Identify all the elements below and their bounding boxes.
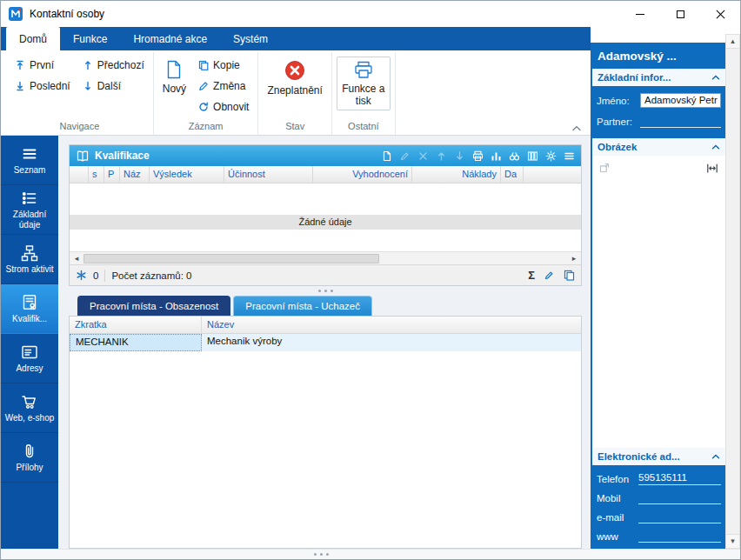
sidebar-item-web-eshop[interactable]: Web, e-shop [1,383,58,433]
fit-width-icon[interactable] [706,163,718,174]
sidebar-item-prilohy[interactable]: Přílohy [1,433,58,483]
phone-label[interactable]: Telefon [597,474,638,485]
detail-column: Adamovský ... Základní infor... Jméno: A… [591,27,740,559]
delete-row-icon[interactable] [417,150,429,162]
job-code-cell[interactable]: MECHANIK [70,334,202,351]
scroll-down-button[interactable]: ▾ [726,534,739,548]
edit-record-button[interactable]: Změna [192,76,255,97]
scroll-right-button[interactable]: ▸ [567,252,581,264]
last-record-button[interactable]: Poslední [9,76,77,97]
www-label[interactable]: www [597,531,638,543]
previous-record-button[interactable]: Předchozí [77,55,150,76]
www-value[interactable] [638,530,721,543]
sidebar-item-adresy[interactable]: Adresy [1,334,58,383]
grid-menu-icon[interactable] [564,150,575,162]
columns-icon[interactable] [527,150,538,162]
invalidate-button[interactable]: Zneplatnění [261,55,328,99]
new-record-button[interactable]: Nový [157,55,192,97]
minimize-button[interactable] [620,1,660,27]
sidebar: Seznam Základní údaje Strom aktivit Kval… [1,136,58,549]
column-header-vyhodnoceni[interactable]: Vyhodnocení [313,166,412,183]
next-record-label: Další [97,80,121,92]
chevron-up-icon[interactable] [711,75,720,80]
previous-record-label: Předchozí [97,59,144,71]
next-record-button[interactable]: Další [77,76,150,97]
tab-pracovni-mista-uchazec[interactable]: Pracovní místa - Uchazeč [233,296,372,316]
contacts-fields: Telefon 595135111 Mobil e-mail www [591,465,727,549]
address-card-icon [21,343,38,361]
chevron-up-icon[interactable] [711,144,720,150]
scrollbar-thumb[interactable] [83,254,379,263]
panel-splitter[interactable] [69,286,582,296]
partner-field[interactable] [640,115,721,128]
ribbon-tab-hromadne-akce[interactable]: Hromadné akce [120,27,220,50]
ribbon-tab-funkce[interactable]: Funkce [60,27,120,50]
arrow-down-icon [83,81,93,91]
column-header-nazev[interactable]: Náz [120,166,150,183]
first-record-button[interactable]: První [9,55,77,76]
sidebar-item-kvalifikace[interactable]: Kvalifik... [1,284,58,334]
photo-placeholder[interactable] [592,156,725,448]
copy-record-label: Kopie [213,59,240,71]
gear-icon[interactable] [545,150,557,162]
move-down-icon[interactable] [454,150,465,162]
phone-value[interactable]: 595135111 [638,472,721,485]
sidebar-item-strom-aktivit[interactable]: Strom aktivit [1,235,58,284]
horizontal-scrollbar[interactable]: ◂ ▸ [70,251,581,264]
move-up-icon[interactable] [436,150,447,162]
job-name-cell[interactable]: Mechanik výroby [202,334,581,351]
email-value[interactable] [638,510,721,523]
ribbon-tab-domu[interactable]: Domů [6,27,60,50]
copy-record-button[interactable]: Kopie [192,55,255,76]
splitter-dot [326,553,329,556]
window-controls [620,1,740,27]
new-row-icon[interactable] [381,150,392,162]
copy-list-icon[interactable] [564,270,575,281]
chart-icon[interactable] [491,150,502,162]
column-header-p[interactable]: P [104,166,120,183]
refresh-button[interactable]: Obnovit [192,97,255,117]
section-header-obrazek[interactable]: Obrázek [592,138,725,156]
section-header-zakladni-informace[interactable]: Základní infor... [592,69,725,86]
email-label[interactable]: e-mail [597,512,638,523]
chevron-up-icon[interactable] [711,454,720,459]
name-field[interactable]: Adamovský Petr [640,93,721,108]
scroll-left-button[interactable]: ◂ [70,252,83,264]
table-row[interactable]: MECHANIK Mechanik výroby [70,334,581,351]
bottom-resize-bar[interactable] [1,549,740,559]
column-header-s[interactable]: s [89,166,104,183]
detail-panel: Adamovský ... Základní infor... Jméno: A… [591,43,727,549]
maximize-button[interactable] [660,1,700,27]
column-header-zkratka[interactable]: Zkratka [70,317,202,333]
column-header-naklady[interactable]: Náklady [412,166,501,183]
edit-row-icon[interactable] [399,150,411,162]
edit-icon[interactable] [544,270,555,281]
tab-pracovni-mista-obsazenost[interactable]: Pracovní místa - Obsazenost [77,296,230,316]
splitter-dot [318,290,321,292]
collapse-ribbon-button[interactable] [571,125,582,131]
sum-icon[interactable]: Σ [528,269,535,282]
scroll-up-button[interactable]: ▴ [726,35,739,49]
column-header-nazev[interactable]: Název [202,317,581,333]
qualifications-grid-body[interactable]: Žádné údaje [70,183,581,251]
print-icon[interactable] [472,150,484,162]
column-header-vysledek[interactable]: Výsledek [150,166,224,183]
asterisk-icon [76,270,87,281]
mobile-label[interactable]: Mobil [597,493,638,504]
sidebar-item-zakladni-udaje[interactable]: Základní údaje [1,185,58,235]
mobile-value[interactable] [638,491,721,504]
column-header-indicator[interactable] [70,166,89,183]
column-header-ucinnost[interactable]: Účinnost [224,166,313,183]
vertical-scrollbar[interactable]: ▴ ▾ [725,34,740,549]
basic-info-fields: Jméno: Adamovský Petr Partner: [591,86,727,138]
section-header-elektronicke-adresy[interactable]: Elektronické ad... [592,448,725,465]
ribbon-tab-label: Funkce [73,33,107,45]
sidebar-item-seznam[interactable]: Seznam [1,136,58,185]
close-button[interactable] [700,1,740,27]
ribbon-tab-system[interactable]: Systém [220,27,281,50]
refresh-icon [198,102,209,112]
functions-print-button[interactable]: Funkce a tisk [337,57,391,110]
open-external-icon[interactable] [599,163,610,173]
column-header-da[interactable]: Da [501,166,524,183]
binoculars-icon[interactable] [509,150,520,162]
